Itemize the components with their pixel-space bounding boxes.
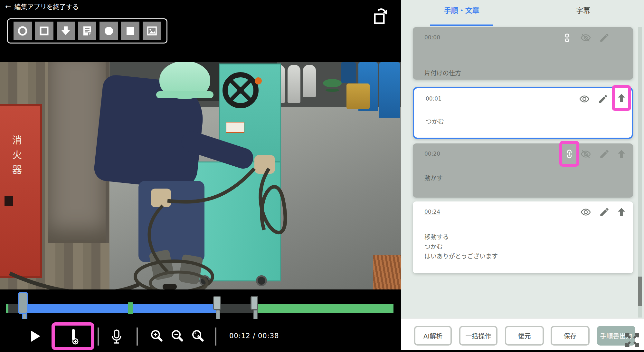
move-up-icon[interactable]: [616, 93, 627, 103]
control-divider: [98, 328, 99, 346]
step-timestamp-link[interactable]: 00:00: [424, 34, 440, 41]
step-text: つかむ: [426, 117, 444, 126]
record-audio-button[interactable]: [109, 329, 124, 346]
expand-fullscreen-button[interactable]: [623, 330, 642, 350]
edit-icon[interactable]: [598, 93, 609, 104]
batch-operation-button[interactable]: 一括操作: [459, 326, 497, 346]
add-marker-icon: [65, 327, 81, 345]
tab-subtitles[interactable]: 字幕: [523, 0, 644, 27]
zoom-out-button[interactable]: [170, 329, 185, 344]
panel-action-bar: AI解析 一括操作 復元 保存 手順書出力: [401, 318, 644, 350]
bottom-edge: [401, 350, 644, 352]
edit-icon[interactable]: [599, 32, 610, 43]
exit-editor-link[interactable]: ← 編集アプリを終了する: [5, 2, 79, 11]
exit-editor-label: 編集アプリを終了する: [14, 2, 79, 11]
timeline-trimmed-segment-mid: [217, 304, 254, 313]
zoom-out-icon: [170, 329, 185, 344]
save-button[interactable]: 保存: [551, 326, 590, 346]
tab-steps-text[interactable]: 手順・文章: [401, 0, 523, 27]
note-icon: [81, 25, 93, 37]
trim-handle-left[interactable]: [213, 296, 221, 310]
edit-icon[interactable]: [599, 149, 610, 160]
timeline-chapter-marker[interactable]: [128, 302, 133, 314]
square-outline-tool-button[interactable]: [35, 22, 53, 40]
step-card-1[interactable]: 00:00 片付けの仕方: [413, 27, 633, 80]
zoom-in-button[interactable]: [149, 329, 164, 344]
step-text: 動かす: [424, 173, 443, 183]
editor-area: ← 編集アプリを終了する: [0, 0, 401, 352]
video-frame: 消火器: [0, 62, 401, 289]
steps-panel: 手順・文章 字幕 00:00 片付けの仕方 00:01 つかむ 00:20: [401, 0, 644, 352]
eye-off-icon[interactable]: [580, 32, 591, 43]
square-filled-tool-button[interactable]: [121, 22, 139, 40]
image-icon: [146, 25, 158, 37]
eye-off-icon[interactable]: [580, 149, 591, 160]
rotate-icon: [371, 6, 392, 27]
step-card-3[interactable]: 00:20 動かす: [413, 143, 633, 198]
step-timestamp-link[interactable]: 00:24: [424, 209, 440, 215]
zoom-fit-icon: [191, 329, 205, 344]
timeline[interactable]: [0, 289, 401, 319]
control-divider: [137, 328, 138, 346]
trim-handle-right[interactable]: [251, 296, 258, 310]
timeline-remaining-segment[interactable]: [254, 304, 393, 313]
timeline-start-segment: [6, 304, 8, 313]
annotation-toolbar: [7, 18, 167, 44]
expand-arrows-icon: [623, 331, 642, 349]
move-up-icon[interactable]: [616, 207, 627, 218]
back-arrow-icon: ←: [5, 3, 11, 11]
ai-analyze-button[interactable]: AI解析: [414, 326, 452, 346]
circle-filled-tool-button[interactable]: [99, 22, 118, 40]
zoom-fit-button[interactable]: [191, 329, 205, 344]
arrow-down-tool-button[interactable]: [57, 22, 75, 40]
edit-icon[interactable]: [599, 207, 610, 218]
timeline-selected-segment[interactable]: [21, 304, 217, 313]
panel-tabs: 手順・文章 字幕: [401, 0, 644, 27]
circle-outline-icon: [17, 25, 28, 37]
link-icon[interactable]: [562, 32, 573, 43]
time-display: 00:12 / 00:38: [229, 332, 279, 340]
note-tool-button[interactable]: [78, 22, 97, 40]
eye-icon[interactable]: [580, 207, 591, 218]
add-marker-button-highlighted[interactable]: [52, 322, 94, 350]
panel-scrollbar-track[interactable]: [638, 27, 642, 318]
step-text: 片付けの仕方: [424, 68, 461, 78]
panel-scrollbar-thumb[interactable]: [638, 277, 642, 306]
step-timestamp-link[interactable]: 00:20: [424, 151, 440, 157]
video-editing-app: ← 編集アプリを終了する: [0, 0, 644, 352]
play-button[interactable]: [31, 331, 40, 342]
square-filled-icon: [125, 25, 136, 37]
arrow-down-icon: [60, 25, 71, 37]
move-up-icon[interactable]: [616, 149, 627, 160]
step-text: 移動する つかむ はいありがとうございます: [424, 232, 498, 261]
step-card-4[interactable]: 00:24 移動する つかむ はいありがとうございます: [413, 201, 633, 273]
restore-button[interactable]: 復元: [505, 326, 544, 346]
control-divider: [215, 328, 216, 346]
link-icon[interactable]: [564, 148, 575, 159]
microphone-icon: [109, 329, 124, 346]
image-tool-button[interactable]: [143, 22, 161, 40]
rotate-video-button[interactable]: [371, 6, 392, 27]
step-card-2-selected[interactable]: 00:01 つかむ: [413, 87, 633, 139]
zoom-in-icon: [149, 329, 164, 344]
playhead-handle[interactable]: [18, 292, 28, 314]
circle-outline-tool-button[interactable]: [14, 22, 32, 40]
circle-filled-icon: [103, 25, 115, 37]
eye-icon[interactable]: [579, 93, 590, 104]
move-up-highlight-box: [612, 85, 631, 111]
video-scene-cables: [0, 62, 401, 289]
step-timestamp-link[interactable]: 00:01: [426, 95, 441, 102]
link-highlight-box: [559, 141, 579, 167]
square-outline-icon: [38, 25, 50, 37]
